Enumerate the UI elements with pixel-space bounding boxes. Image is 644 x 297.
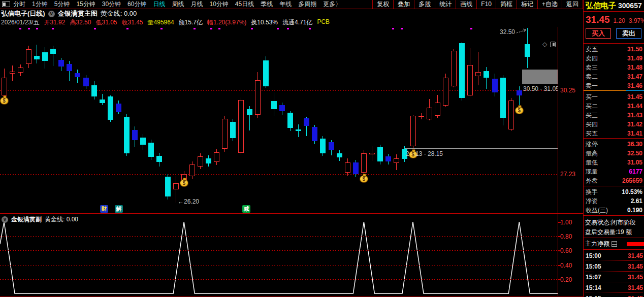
info-token: 低31.05 (95, 18, 117, 26)
main-indicator-name[interactable]: 金银满贯主图 (58, 9, 98, 18)
ask-row[interactable]: 卖五31.50 (586, 45, 642, 54)
sub-indicator-line (0, 214, 558, 296)
period-tab-月线[interactable]: 月线 (190, 0, 203, 9)
ask-row[interactable]: 卖一31.46 (586, 81, 642, 90)
sub-indicator-chart[interactable]: v 金银满贯副 黄金线: 0.00 (0, 214, 558, 296)
candle-blue (58, 60, 64, 67)
trade-time: 15:15 (586, 295, 601, 297)
candle-down (124, 117, 130, 153)
period-tab-年线[interactable]: 年线 (279, 0, 292, 9)
toolbar-action-返回[interactable]: 返回 (562, 0, 583, 9)
sub-indicator-name[interactable]: 金银满贯副 (11, 215, 42, 224)
axis-tick (558, 236, 561, 237)
period-tab-45日线[interactable]: 45日线 (235, 0, 254, 9)
toolbar-action-F10[interactable]: F10 (476, 0, 496, 9)
main-flow-row[interactable]: 主力净额 (585, 240, 644, 248)
period-tab-周线[interactable]: 周线 (172, 0, 184, 9)
toolbar-action-多股[interactable]: 多股 (414, 0, 435, 9)
sub-axis-label: 0.60 (560, 247, 572, 254)
ask-row[interactable]: 卖二31.47 (586, 72, 642, 81)
info-token: 流通4.71亿 (282, 18, 312, 26)
window-split-icon[interactable] (2, 2, 10, 7)
stat-row-value: 31.05 (627, 159, 642, 166)
toolbar-action-标记[interactable]: 标记 (517, 0, 537, 9)
stat-row: 涨停36.30 (586, 140, 642, 149)
axis-tick (558, 279, 561, 280)
candle-down (320, 139, 326, 153)
sub-gridline (0, 250, 558, 251)
toolbar-action-统计[interactable]: 统计 (435, 0, 456, 9)
badge-财[interactable]: 财 (100, 205, 108, 213)
stat-row-label: 现量 (586, 168, 598, 176)
period-tab-30分钟[interactable]: 30分钟 (102, 0, 121, 9)
period-tab-60分钟[interactable]: 60分钟 (127, 0, 146, 9)
period-tab-日线[interactable]: 日线 (153, 0, 165, 9)
trade-time-row: 15:1531.45 (586, 293, 643, 297)
diamond-icon[interactable]: ◇ (542, 41, 547, 48)
toolbar-action-叠加[interactable]: 叠加 (393, 0, 414, 9)
toolbar-action-画线[interactable]: 画线 (456, 0, 476, 9)
quote-title: 弘信电子300657 (586, 1, 642, 11)
candle-up (443, 78, 448, 106)
bid-row[interactable]: 买三31.43 (586, 111, 642, 120)
bid-row[interactable]: 买四31.42 (586, 120, 642, 129)
quote-price-row: 31.45 1.20 3.97% (586, 14, 644, 25)
ask-row-label: 卖五 (586, 45, 598, 54)
stat-row-label: 收益(三) (586, 206, 608, 215)
stat-row: 外盘265659 (586, 176, 642, 185)
period-tab-分时[interactable]: 分时 (13, 0, 25, 9)
candle-down (525, 44, 530, 57)
candle-up (427, 108, 432, 119)
badge-减[interactable]: 减 (242, 205, 250, 213)
chevron-down-icon[interactable]: v (2, 216, 8, 223)
period-tab-更多〉[interactable]: 更多〉 (323, 0, 341, 9)
candle-down (296, 129, 301, 131)
toolbar-action-复权[interactable]: 复权 (372, 0, 393, 9)
buy-button[interactable]: 买入 (586, 28, 611, 39)
ask-row-value: 31.46 (627, 82, 642, 89)
period-tab-5分钟[interactable]: 5分钟 (54, 0, 70, 9)
candle-blue (132, 130, 138, 140)
stat-row-label: 涨停 (586, 140, 598, 149)
axis-tick (558, 222, 561, 223)
main-candlestick-chart[interactable]: $$$$$32.50←26.20213 - 28.1530.50 - 31.05… (0, 27, 558, 213)
candle-wick (519, 86, 520, 106)
stat-row-label: 净资 (586, 197, 598, 206)
sub-indicator-header: v 金银满贯副 黄金线: 0.00 (2, 215, 78, 224)
toolbar-actions: 复权叠加多股统计画线F10简框标记+自选返回 (372, 0, 583, 9)
bid-row[interactable]: 买二31.44 (586, 102, 642, 111)
toolbar-action-简框[interactable]: 简框 (496, 0, 517, 9)
candle-down (206, 158, 211, 163)
info-token: 开31.92 (44, 18, 65, 26)
info-token: 高32.50 (70, 18, 91, 26)
sub-value-axis: 1.000.800.600.400.20 (558, 214, 583, 296)
period-tab-1分钟[interactable]: 1分钟 (32, 0, 48, 9)
trade-price: 31.45 (628, 252, 643, 259)
toolbar-action-+自选[interactable]: +自选 (537, 0, 562, 9)
chevron-down-icon[interactable]: v (48, 11, 55, 17)
signal-dot (160, 28, 163, 29)
period-tab-季线[interactable]: 季线 (261, 0, 273, 9)
period-tab-10分钟[interactable]: 10分钟 (209, 0, 228, 9)
list-icon[interactable] (611, 241, 617, 247)
bid-row[interactable]: 买五31.41 (586, 129, 642, 138)
panel-layout-icon[interactable] (550, 42, 556, 47)
period-tab-多周期[interactable]: 多周期 (298, 0, 316, 9)
price-axis-label: 30.25 (560, 87, 575, 94)
stat-row-value: 36.30 (627, 141, 642, 148)
last-price: 31.45 (586, 14, 610, 25)
period-tab-15分钟[interactable]: 15分钟 (76, 0, 95, 9)
period-menu: 分时1分钟5分钟15分钟30分钟60分钟日线周线月线10分钟45日线季线年线多周… (13, 0, 341, 9)
bid-row[interactable]: 买一31.45 (586, 92, 642, 102)
candle-up (189, 164, 195, 176)
trading-app-window: 分时1分钟5分钟15分钟30分钟60分钟日线周线月线10分钟45日线季线年线多周… (0, 0, 644, 297)
candle-down (337, 153, 342, 157)
signal-dot (401, 28, 403, 29)
candle-up (255, 80, 261, 115)
ask-row[interactable]: 卖四31.49 (586, 54, 642, 63)
main-price-axis: 30.2527.23 (558, 27, 583, 213)
candle-up (173, 183, 179, 189)
badge-解[interactable]: 解 (115, 205, 123, 213)
ask-row[interactable]: 卖三31.48 (586, 63, 642, 72)
sell-button[interactable]: 卖出 (616, 28, 641, 39)
